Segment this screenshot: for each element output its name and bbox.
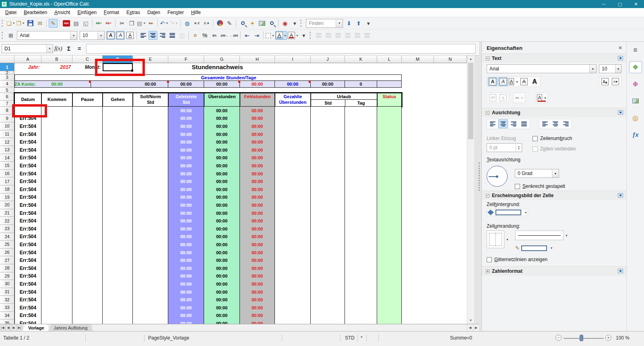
cell-G23[interactable]: 00:00 <box>204 225 240 233</box>
cell-j4[interactable]: 00:00 <box>311 81 345 87</box>
cell-B21[interactable] <box>41 209 72 218</box>
cell-I8[interactable] <box>275 107 311 115</box>
cell-E17[interactable] <box>133 177 168 186</box>
add-decimal-icon[interactable]: .000→ <box>220 31 229 40</box>
row-header-25[interactable]: 25 <box>0 241 14 249</box>
cell-B27[interactable] <box>41 256 72 265</box>
merge-cells-checkbox[interactable]: Zellen verbinden <box>533 146 576 152</box>
character-spacing-icon[interactable]: ⇹▼ <box>514 93 524 102</box>
cell-I29[interactable] <box>275 272 311 281</box>
row-header-19[interactable]: 19 <box>0 194 14 202</box>
dropdown-icon[interactable]: ▼ <box>524 211 527 214</box>
insert-mode-status[interactable]: STD <box>345 335 355 341</box>
cell-E21[interactable] <box>133 209 168 218</box>
insert-cells-icon[interactable]: ⊞ <box>6 31 15 40</box>
cell-A20[interactable]: Err:504 <box>14 201 41 210</box>
sidebar-functions-icon[interactable]: ƒx <box>629 129 642 141</box>
cell-B29[interactable] <box>41 272 72 281</box>
row-header-30[interactable]: 30 <box>0 280 14 288</box>
cell-G18[interactable]: 00:00 <box>204 185 240 194</box>
cell-G34[interactable]: 00:00 <box>204 312 240 320</box>
cell-G29[interactable]: 00:00 <box>204 272 240 281</box>
paste-icon[interactable]: ▤▼ <box>137 19 146 28</box>
section-header-number-format[interactable]: + Zahlenformat ▦ <box>482 266 626 276</box>
sheet-tab-vorlage[interactable]: Vorlage <box>23 324 50 331</box>
horizontal-scrollbar[interactable] <box>91 324 467 331</box>
cell-F27[interactable]: 00:00 <box>168 256 204 265</box>
cell-L18[interactable] <box>377 185 402 194</box>
cell-I30[interactable] <box>275 280 311 288</box>
cell-G19[interactable]: 00:00 <box>204 194 240 202</box>
cell-L13[interactable] <box>377 146 402 154</box>
cell-B13[interactable] <box>41 146 72 154</box>
cell-D25[interactable] <box>103 241 133 249</box>
name-box-dropdown-icon[interactable]: ▼ <box>46 45 53 53</box>
column-header-A[interactable]: A <box>14 56 41 63</box>
cell-F31[interactable]: 00:00 <box>168 288 204 297</box>
decrease-font-size-icon[interactable]: A▾ <box>611 77 620 86</box>
cell-A10[interactable]: Err:504 <box>14 122 41 131</box>
cell-J9[interactable] <box>311 115 345 123</box>
border-preset-selector[interactable] <box>487 231 504 248</box>
cell-E16[interactable] <box>133 170 168 178</box>
sidebar-underline-icon[interactable]: A▼ <box>509 77 518 86</box>
sidebar-font-size-combo[interactable]: 10 ▼ <box>599 64 621 73</box>
header-geleistete-std[interactable]: GeleisteteStd <box>168 93 204 107</box>
page-preview-icon[interactable]: ◱ <box>81 19 90 28</box>
cell-I21[interactable] <box>275 209 311 218</box>
standard-format-icon[interactable]: $% <box>210 31 219 40</box>
spellcheck-icon[interactable]: AB✓ <box>95 19 103 28</box>
cell-E25[interactable] <box>133 241 168 249</box>
row-header-10[interactable]: 10 <box>0 122 14 130</box>
cell-C28[interactable] <box>72 264 103 273</box>
menu-einfgen[interactable]: Einfügen <box>74 8 100 16</box>
cell-K12[interactable] <box>345 138 377 146</box>
cell-F22[interactable]: 00:00 <box>168 217 204 225</box>
cell-D23[interactable] <box>103 225 133 233</box>
cell-E10[interactable] <box>133 122 168 131</box>
cell-C14[interactable] <box>72 154 103 163</box>
column-header-B[interactable]: B <box>41 56 72 63</box>
cell-A11[interactable]: Err:504 <box>14 130 41 139</box>
close-button[interactable]: ✕ <box>628 0 644 8</box>
dropdown-icon[interactable]: ▼ <box>143 22 146 25</box>
cell-K33[interactable] <box>345 304 377 312</box>
cell-E8[interactable] <box>133 107 168 115</box>
dropdown-icon[interactable]: ▼ <box>336 19 343 27</box>
cell-K15[interactable] <box>345 162 377 170</box>
cell-J17[interactable] <box>311 177 345 186</box>
cell-J28[interactable] <box>311 264 345 273</box>
sort-descending-icon[interactable]: Z↓A <box>202 19 211 28</box>
object-align-middle-icon[interactable] <box>353 31 362 40</box>
cell-G20[interactable]: 00:00 <box>204 201 240 210</box>
cell-A32[interactable]: Err:504 <box>14 296 41 304</box>
cell-I17[interactable] <box>275 177 311 186</box>
cell-F33[interactable]: 00:00 <box>168 304 204 312</box>
cell-K27[interactable] <box>345 256 377 265</box>
cell-K21[interactable] <box>345 209 377 218</box>
cell-H22[interactable]: 00:00 <box>240 217 275 225</box>
cell-C30[interactable] <box>72 280 103 288</box>
cell-K20[interactable] <box>345 201 377 210</box>
align-justify-icon[interactable] <box>168 31 177 40</box>
cell-K31[interactable] <box>345 288 377 297</box>
cell-a1[interactable]: Jahr: <box>14 63 40 71</box>
cell-J19[interactable] <box>311 194 345 202</box>
sum-status[interactable]: Summe=0 <box>450 335 472 341</box>
cell-K14[interactable] <box>345 154 377 163</box>
navigator-icon[interactable]: ✦ <box>248 19 257 28</box>
sidebar-navigator-icon[interactable]: ◎ <box>629 112 642 124</box>
cell-J25[interactable] <box>311 241 345 249</box>
cell-H13[interactable]: 00:00 <box>240 146 275 154</box>
draw-functions-icon[interactable]: ✎ <box>225 19 234 28</box>
sidebar-align-right-icon[interactable] <box>509 119 518 128</box>
cell-H12[interactable]: 00:00 <box>240 138 275 146</box>
header-gezahlte-ueberstunden[interactable]: GezahlteÜberstunden <box>275 93 311 107</box>
cell-A25[interactable]: Err:504 <box>14 241 41 249</box>
delete-decimal-icon[interactable]: ←.000 <box>229 31 238 40</box>
row-header-29[interactable]: 29 <box>0 272 14 280</box>
border-line-style-combo[interactable]: ▼ <box>515 231 568 240</box>
italic-icon[interactable]: A <box>116 31 125 40</box>
cell-E19[interactable] <box>133 194 168 202</box>
stepper-arrows-icon[interactable]: ▲▼ <box>516 144 522 152</box>
